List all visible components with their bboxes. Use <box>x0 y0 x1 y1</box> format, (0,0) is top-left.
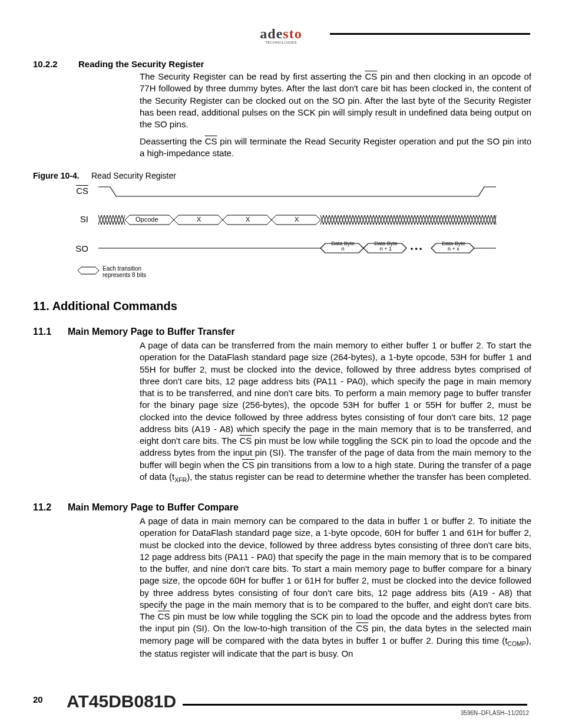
paragraph-10-2-2-2: Deasserting the CS pin will terminate th… <box>140 136 531 160</box>
header-logo: adesto TECHNOLOGIES <box>0 26 562 46</box>
footer-rule <box>183 704 527 706</box>
paragraph-11-1: A page of data can be transferred from t… <box>140 340 531 484</box>
cs-overline: CS <box>356 623 368 633</box>
so-ellipsis: • • • <box>411 245 422 253</box>
page: adesto TECHNOLOGIES 10.2.2 Reading the S… <box>0 0 562 728</box>
cs-overline: CS <box>205 136 217 146</box>
page-number: 20 <box>33 694 43 704</box>
diagram-legend: Each transitionrepresents 8 bits <box>103 265 146 278</box>
section-number-10-2-2: 10.2.2 <box>33 59 58 69</box>
section-title-11-2: Main Memory Page to Buffer Compare <box>68 502 239 513</box>
paragraph-11-2: A page of data in main memory can be com… <box>140 515 531 660</box>
header-rule <box>330 33 530 35</box>
si-x1-label: X <box>197 216 201 223</box>
section-number-11-1: 11.1 <box>33 327 51 337</box>
signal-label-si: SI <box>71 214 88 224</box>
so-byte-nx: Data Byten + x <box>436 241 471 252</box>
document-id: 3596N–DFLASH–11/2012 <box>461 710 529 716</box>
si-x3-label: X <box>295 216 299 223</box>
cs-overline: CS <box>239 436 252 446</box>
so-byte-n1: Data Byten + 1 <box>368 241 404 252</box>
si-x2-label: X <box>246 216 250 223</box>
section-title-10-2-2: Reading the Security Register <box>78 59 204 69</box>
logo-text-1: ade <box>260 26 283 41</box>
part-number: AT45DB081D <box>67 691 176 711</box>
si-opcode-label: Opcode <box>135 216 158 223</box>
figure-label: Figure 10-4. <box>33 171 80 180</box>
figure-title: Read Security Register <box>91 171 176 180</box>
cs-overline: CS <box>158 611 170 621</box>
cs-overline: CS <box>242 460 254 470</box>
section-number-11-2: 11.2 <box>33 502 51 513</box>
signal-label-cs: CS <box>71 186 88 196</box>
section-title-11-1: Main Memory Page to Buffer Transfer <box>68 327 235 337</box>
section-number-11: 11. Additional Commands <box>33 299 177 313</box>
signal-label-so: SO <box>71 243 88 253</box>
logo-text-2: sto <box>283 26 302 41</box>
timing-diagram: CS SI SO Opcode X X X Data Byten Data By… <box>66 180 531 286</box>
so-byte-n: Data Byten <box>325 241 361 252</box>
logo-subtext: TECHNOLOGIES <box>260 41 302 44</box>
paragraph-10-2-2-1: The Security Register can be read by fir… <box>140 71 531 130</box>
cs-overline: CS <box>365 71 377 81</box>
